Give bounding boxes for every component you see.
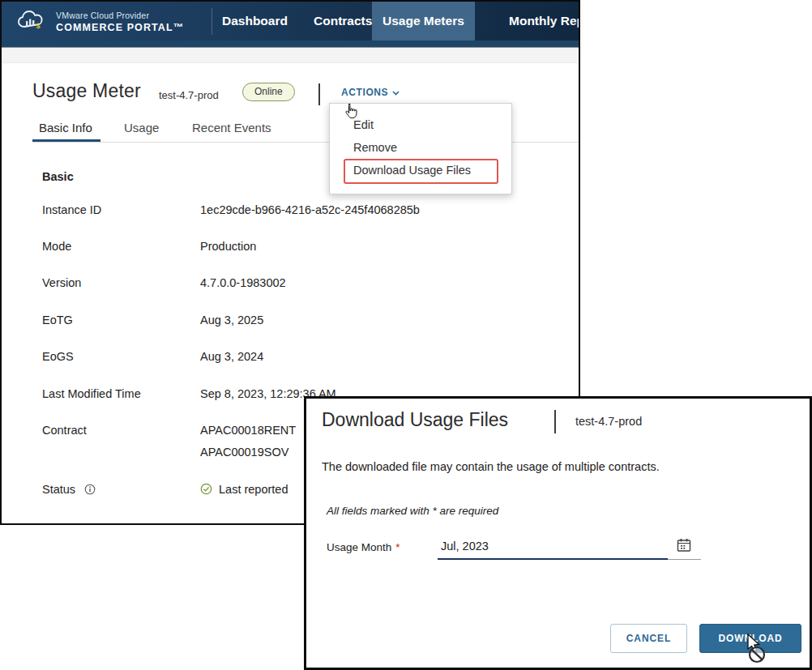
field-label-version: Version bbox=[42, 276, 81, 289]
cloud-chart-logo-icon: $ bbox=[16, 7, 49, 36]
field-label-contract: Contract bbox=[42, 424, 87, 437]
tab-basic-info[interactable]: Basic Info bbox=[39, 121, 92, 134]
nav-item-monthly-reports[interactable]: Monthly Rep bbox=[498, 2, 579, 41]
brand: $ VMware Cloud Provider COMMERCE PORTAL™ bbox=[16, 7, 184, 36]
brand-line2: COMMERCE PORTAL™ bbox=[56, 22, 184, 33]
usage-month-label-text: Usage Month bbox=[327, 541, 391, 553]
page-title: Usage Meter bbox=[32, 80, 141, 102]
status-check-icon bbox=[200, 483, 212, 497]
usage-month-icon-underline bbox=[668, 559, 701, 560]
field-value-instance-id: 1ec29cde-b966-4216-a52c-245f4068285b bbox=[200, 203, 420, 216]
required-asterisk: * bbox=[395, 541, 400, 553]
field-label-instance-id: Instance ID bbox=[42, 203, 101, 216]
actions-label: ACTIONS bbox=[341, 87, 388, 98]
actions-dropdown-button[interactable]: ACTIONS bbox=[341, 87, 400, 98]
svg-text:$: $ bbox=[36, 22, 41, 30]
calendar-picker-button[interactable] bbox=[676, 537, 692, 553]
chevron-down-icon bbox=[392, 87, 400, 98]
field-value-contract-1: APAC00018RENT bbox=[200, 424, 296, 437]
cancel-button[interactable]: CANCEL bbox=[610, 624, 687, 653]
status-badge: Online bbox=[242, 83, 295, 101]
modal-title: Download Usage Files bbox=[322, 409, 508, 431]
modal-title-divider bbox=[554, 410, 556, 433]
field-value-status: Last reported bbox=[200, 483, 288, 497]
field-value-version: 4.7.0.0-1983002 bbox=[200, 276, 286, 289]
blocked-arrow-cursor bbox=[740, 633, 771, 668]
field-label-status: Status bbox=[42, 483, 96, 497]
page-header-strip bbox=[2, 48, 579, 63]
modal-meter-name: test-4.7-prod bbox=[575, 415, 642, 428]
section-title-basic: Basic bbox=[42, 170, 74, 183]
modal-description: The downloaded file may contain the usag… bbox=[322, 460, 660, 473]
field-value-contract-2: APAC00019SOV bbox=[200, 446, 288, 459]
field-label-eotg: EoTG bbox=[42, 314, 73, 326]
nav-item-dashboard[interactable]: Dashboard bbox=[212, 2, 298, 41]
screenshot-canvas: $ VMware Cloud Provider COMMERCE PORTAL™… bbox=[0, 0, 812, 670]
status-value-text: Last reported bbox=[219, 483, 288, 496]
field-value-eogs: Aug 3, 2024 bbox=[200, 350, 263, 363]
meter-name-label: test-4.7-prod bbox=[159, 89, 219, 101]
nav-sub-bar bbox=[2, 41, 579, 47]
top-navigation-bar: $ VMware Cloud Provider COMMERCE PORTAL™… bbox=[2, 2, 579, 41]
usage-month-input-underline bbox=[438, 558, 668, 560]
menu-item-remove[interactable]: Remove bbox=[353, 141, 397, 154]
nav-item-usage-meters[interactable]: Usage Meters bbox=[372, 2, 475, 41]
brand-line1: VMware Cloud Provider bbox=[56, 11, 184, 20]
field-value-mode: Production bbox=[200, 240, 256, 253]
annotation-highlight-box bbox=[344, 159, 498, 184]
status-label-text: Status bbox=[42, 483, 75, 496]
header-divider bbox=[318, 83, 320, 105]
tab-recent-events[interactable]: Recent Events bbox=[192, 121, 271, 134]
field-value-eotg: Aug 3, 2025 bbox=[200, 314, 263, 326]
info-icon[interactable] bbox=[84, 484, 96, 497]
brand-text: VMware Cloud Provider COMMERCE PORTAL™ bbox=[56, 11, 184, 33]
usage-month-label: Usage Month* bbox=[327, 541, 400, 553]
field-label-mode: Mode bbox=[42, 240, 71, 253]
field-label-eogs: EoGS bbox=[42, 350, 74, 363]
required-fields-note: All fields marked with * are required bbox=[327, 505, 498, 517]
field-label-last-modified: Last Modified Time bbox=[42, 387, 141, 400]
tab-usage[interactable]: Usage bbox=[124, 121, 159, 134]
download-usage-files-modal: Download Usage Files test-4.7-prod The d… bbox=[304, 396, 812, 670]
hand-pointer-cursor bbox=[344, 103, 359, 124]
nav-item-contracts[interactable]: Contracts bbox=[303, 2, 382, 41]
usage-month-input[interactable]: Jul, 2023 bbox=[441, 540, 489, 553]
